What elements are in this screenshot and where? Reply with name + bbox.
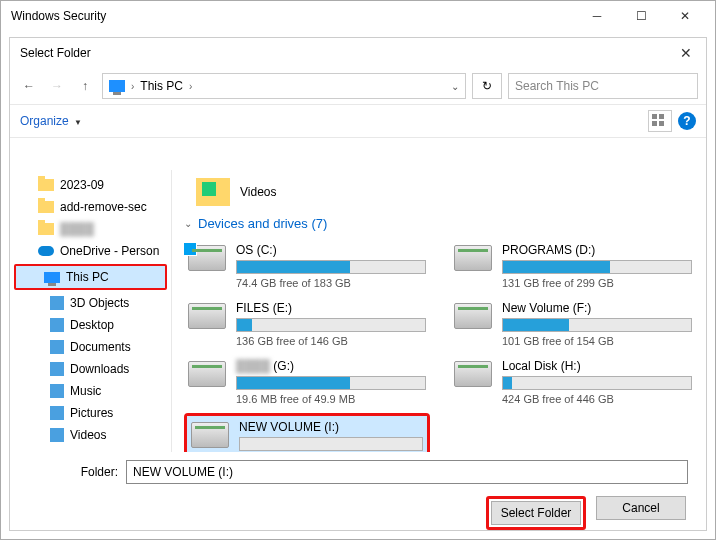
- dialog-title: Select Folder: [20, 46, 91, 60]
- close-button[interactable]: ✕: [663, 2, 707, 30]
- tree-item-label: Documents: [70, 340, 131, 354]
- tree-item-label: ████: [60, 222, 94, 236]
- tree-item[interactable]: 3D Objects: [10, 292, 171, 314]
- forward-button[interactable]: →: [46, 75, 68, 97]
- window-controls: ─ ☐ ✕: [575, 2, 707, 30]
- chevron-icon: ›: [189, 81, 192, 92]
- dialog-titlebar: Select Folder ✕: [10, 38, 706, 68]
- up-button[interactable]: ↑: [74, 75, 96, 97]
- tree-item-label: Downloads: [70, 362, 129, 376]
- drive-free-text: 19.6 MB free of 49.9 MB: [236, 393, 426, 405]
- tree-item[interactable]: This PC: [16, 266, 165, 288]
- system-folder-icon: [50, 384, 64, 398]
- drive-item[interactable]: ████ (G:)19.6 MB free of 49.9 MB: [184, 355, 430, 409]
- drive-name: ████ (G:): [236, 359, 426, 373]
- drive-icon: [454, 245, 492, 271]
- search-input[interactable]: Search This PC: [508, 73, 698, 99]
- help-button[interactable]: ?: [678, 112, 696, 130]
- capacity-bar: [236, 260, 426, 274]
- tree-item[interactable]: 2023-09: [10, 174, 171, 196]
- capacity-bar: [502, 376, 692, 390]
- drive-item[interactable]: OS (C:)74.4 GB free of 183 GB: [184, 239, 430, 293]
- search-placeholder: Search This PC: [515, 79, 599, 93]
- tree-item-label: 2023-09: [60, 178, 104, 192]
- tree-item[interactable]: Videos: [10, 424, 171, 446]
- tree-item[interactable]: ████: [10, 218, 171, 240]
- highlight-select-folder: Select Folder: [486, 496, 586, 530]
- capacity-bar: [502, 318, 692, 332]
- system-folder-icon: [50, 428, 64, 442]
- folder-label: Folder:: [28, 465, 118, 479]
- chevron-down-icon: ▼: [74, 118, 82, 127]
- drive-name: NEW VOLUME (I:): [239, 420, 423, 434]
- cancel-button[interactable]: Cancel: [596, 496, 686, 520]
- drives-grid: OS (C:)74.4 GB free of 183 GBPROGRAMS (D…: [178, 239, 696, 452]
- dialog-body: 2023-09add-remove-sec████OneDrive - Pers…: [10, 170, 706, 452]
- toolbar: Organize ▼ ?: [10, 104, 706, 138]
- nav-tree: 2023-09add-remove-sec████OneDrive - Pers…: [10, 170, 172, 452]
- dialog-footer: Folder: Select Folder Cancel: [10, 452, 706, 530]
- tree-item-label: OneDrive - Person: [60, 244, 159, 258]
- chevron-down-icon: ⌄: [184, 218, 192, 229]
- maximize-button[interactable]: ☐: [619, 2, 663, 30]
- tree-item-label: Videos: [70, 428, 106, 442]
- back-button[interactable]: ←: [18, 75, 40, 97]
- minimize-button[interactable]: ─: [575, 2, 619, 30]
- drive-icon: [188, 245, 226, 271]
- drive-name: New Volume (F:): [502, 301, 692, 315]
- capacity-bar: [239, 437, 423, 451]
- section-header-devices[interactable]: ⌄ Devices and drives (7): [178, 210, 696, 239]
- tree-item-label: Desktop: [70, 318, 114, 332]
- drive-name: FILES (E:): [236, 301, 426, 315]
- videos-icon: [196, 178, 230, 206]
- folder-row-videos[interactable]: Videos: [178, 174, 696, 210]
- address-bar[interactable]: › This PC › ⌄: [102, 73, 466, 99]
- tree-item-label: 3D Objects: [70, 296, 129, 310]
- capacity-bar: [236, 376, 426, 390]
- drive-free-text: 131 GB free of 299 GB: [502, 277, 692, 289]
- tree-item[interactable]: Downloads: [10, 358, 171, 380]
- folder-icon: [38, 179, 54, 191]
- chevron-icon: ›: [131, 81, 134, 92]
- view-options-button[interactable]: [648, 110, 672, 132]
- videos-label: Videos: [240, 185, 276, 199]
- titlebar: Windows Security ─ ☐ ✕: [1, 1, 715, 31]
- drive-free-text: 424 GB free of 446 GB: [502, 393, 692, 405]
- pc-icon: [109, 80, 125, 92]
- drive-name: PROGRAMS (D:): [502, 243, 692, 257]
- capacity-bar: [502, 260, 692, 274]
- drive-item[interactable]: FILES (E:)136 GB free of 146 GB: [184, 297, 430, 351]
- folder-icon: [38, 223, 54, 235]
- nav-row: ← → ↑ › This PC › ⌄ ↻ Search This PC: [10, 68, 706, 104]
- dialog-close-button[interactable]: ✕: [676, 45, 696, 61]
- system-folder-icon: [50, 296, 64, 310]
- dialog: Select Folder ✕ ← → ↑ › This PC › ⌄ ↻ Se…: [9, 37, 707, 531]
- address-dropdown-icon[interactable]: ⌄: [451, 81, 459, 92]
- drive-icon: [188, 303, 226, 329]
- drive-item[interactable]: Local Disk (H:)424 GB free of 446 GB: [450, 355, 696, 409]
- drive-item[interactable]: NEW VOLUME (I:)14.8 GB free of 14.8 GB: [187, 416, 427, 452]
- drive-item[interactable]: PROGRAMS (D:)131 GB free of 299 GB: [450, 239, 696, 293]
- tree-item-label: Music: [70, 384, 101, 398]
- tree-item[interactable]: OneDrive - Person: [10, 240, 171, 262]
- system-folder-icon: [50, 340, 64, 354]
- onedrive-icon: [38, 246, 54, 256]
- system-folder-icon: [50, 406, 64, 420]
- select-folder-button[interactable]: Select Folder: [491, 501, 581, 525]
- tree-item-label: Pictures: [70, 406, 113, 420]
- tree-item[interactable]: Pictures: [10, 402, 171, 424]
- drive-icon: [454, 361, 492, 387]
- refresh-button[interactable]: ↻: [472, 73, 502, 99]
- organize-button[interactable]: Organize ▼: [20, 114, 82, 128]
- drive-item[interactable]: New Volume (F:)101 GB free of 154 GB: [450, 297, 696, 351]
- tree-item[interactable]: add-remove-sec: [10, 196, 171, 218]
- system-folder-icon: [50, 362, 64, 376]
- folder-input[interactable]: [126, 460, 688, 484]
- pc-icon: [44, 272, 60, 283]
- tree-item[interactable]: Music: [10, 380, 171, 402]
- folder-icon: [38, 201, 54, 213]
- tree-item[interactable]: Desktop: [10, 314, 171, 336]
- app-window: Windows Security ─ ☐ ✕ Select Folder ✕ ←…: [0, 0, 716, 540]
- system-folder-icon: [50, 318, 64, 332]
- tree-item[interactable]: Documents: [10, 336, 171, 358]
